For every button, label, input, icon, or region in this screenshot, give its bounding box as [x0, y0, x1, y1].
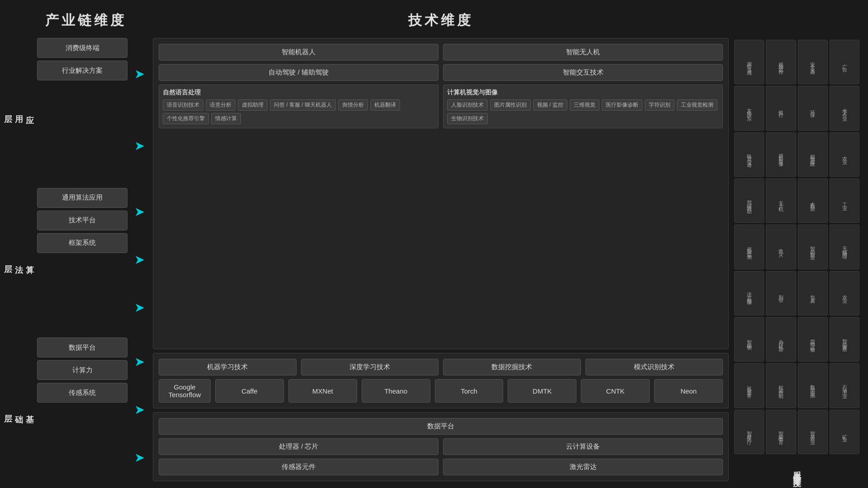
rp-text-5: 银 行 — [778, 107, 784, 110]
arrow-sensor: ➤ — [134, 450, 145, 465]
rp-cell-12: 驾 驶 辅 助 — [734, 178, 764, 223]
rp-cell-30: 数 据 挖 掘 — [798, 363, 828, 408]
rp-cell-21: 刑 侦 — [766, 271, 796, 315]
app-arrows: ➤ ➤ — [129, 38, 149, 182]
algo-row2: Google Tensorflow Caffe MXNet Theano Tor… — [159, 379, 723, 403]
nlp-tag-1: 语意分析 — [206, 99, 236, 111]
rp-cell-6: 环 保 — [798, 86, 828, 130]
industry-box-compute: 计算力 — [37, 360, 127, 380]
rp-cell-25: 力 控 机 器 — [766, 317, 796, 361]
tech-datamining: 数据挖掘技术 — [443, 359, 581, 375]
rp-cell-22: 包 裹 — [798, 271, 828, 315]
cv-tag-2: 视频 / 监控 — [533, 99, 567, 111]
found-row3: 传感器元件 激光雷达 — [159, 459, 723, 475]
nlp-tags: 语音识别技术 语意分析 虚拟助理 问答 / 客服 / 聊天机器人 舆情分析 机器… — [163, 99, 434, 124]
nlp-tag-2: 虚拟助理 — [238, 99, 268, 111]
rp-text-23: 农 业 — [841, 291, 848, 295]
cv-tag-5: 字符识别 — [645, 99, 675, 111]
cv-tag-0: 人脸识别技术 — [447, 99, 488, 111]
rp-cell-23: 农 业 — [830, 271, 859, 315]
nlp-tag-3: 问答 / 客服 / 聊天机器人 — [270, 99, 336, 111]
found-layer-group: 基础层 数据平台 计算力 传感系统 ➤ ➤ ➤ — [23, 338, 149, 481]
industry-box-general-algo: 通用算法应用 — [37, 188, 127, 208]
rp-cell-27: 智 能 家 居 — [830, 317, 859, 361]
rp-text-15: 工 业 — [841, 199, 848, 202]
nlp-tag-7: 情感计算 — [211, 113, 241, 124]
rp-text-10: 邮 储 邮 政 — [809, 150, 816, 159]
cv-title: 计算机视觉与图像 — [447, 89, 719, 97]
found-data: 数据平台 — [159, 418, 723, 435]
rp-text-32: 智 慧 医 疗 — [746, 427, 753, 436]
rp-cell-5: 银 行 — [766, 86, 796, 130]
rp-cell-34: 智 慧 农 业 — [798, 410, 828, 454]
nlp-tag-0: 语音识别技术 — [163, 99, 203, 111]
app-layer-label: 应用层 — [23, 38, 35, 182]
rp-text-4: 文 化 娱 乐 — [746, 104, 753, 113]
cv-tag-4: 医疗影像诊断 — [602, 99, 642, 111]
rp-cell-26: 货 物 运 输 — [798, 317, 828, 361]
rp-text-20: 语 言 翻 译 — [746, 289, 753, 297]
rp-text-14: 大 数 据 — [809, 197, 816, 203]
cv-tag-7: 生物识别技术 — [447, 113, 488, 124]
rp-cell-28: 社 会 服 务 — [734, 363, 764, 408]
industry-box-industry-solution: 行业解决方案 — [37, 61, 127, 80]
rp-text-28: 社 会 服 务 — [746, 381, 753, 390]
rp-text-19: 无 线 网 络 — [841, 243, 848, 251]
app-row1: 智能机器人 智能无人机 — [159, 44, 723, 61]
nlp-box: 自然语言处理 语音识别技术 语意分析 虚拟助理 问答 / 客服 / 聊天机器人 … — [159, 84, 439, 128]
tech-auto-drive: 自动驾驶 / 辅助驾驶 — [159, 64, 439, 81]
found-row2: 处理器 / 芯片 云计算设备 — [159, 438, 723, 455]
rp-cell-32: 智 慧 医 疗 — [734, 410, 764, 454]
rp-cell-15: 工 业 — [830, 178, 859, 223]
industry-box-consumer: 消费级终端 — [37, 38, 127, 58]
tech-ml: 机器学习技术 — [159, 359, 297, 375]
industry-box-sensor: 传感系统 — [37, 383, 127, 403]
rp-cell-0: 测 绘 遥 感 — [734, 40, 764, 84]
rp-cell-3: 广 告 — [830, 40, 859, 84]
cv-tag-1: 图片属性识别 — [490, 99, 531, 111]
rp-text-8: 轨 道 交 通 — [746, 150, 753, 159]
right-panel-bottom-label: 服务行业维度 — [732, 456, 861, 481]
framework-tensorflow: Google Tensorflow — [159, 379, 211, 403]
industry-box-data: 数据平台 — [37, 338, 127, 357]
framework-cntk: CNTK — [581, 379, 650, 403]
rp-cell-24: 智 能 锁 — [734, 317, 764, 361]
nlp-tag-5: 机器翻译 — [370, 99, 400, 111]
arrow-consumer: ➤ — [134, 66, 145, 81]
tech-interaction: 智能交互技术 — [443, 64, 723, 81]
rp-text-6: 环 保 — [809, 107, 816, 110]
arrow-framework: ➤ — [134, 300, 145, 315]
found-sensor: 传感器元件 — [159, 459, 439, 475]
service-label: 服务行业维度 — [792, 465, 802, 473]
framework-theano: Theano — [362, 379, 430, 403]
tech-title: 技术维度 — [149, 11, 732, 30]
rp-text-26: 货 物 运 输 — [809, 335, 816, 344]
found-row1: 数据平台 — [159, 418, 723, 435]
rp-cell-16: 视 频 监 测 — [734, 225, 764, 269]
found-lidar: 激光雷达 — [443, 459, 723, 475]
rp-text-18: 智 能 制 造 — [809, 243, 816, 251]
rp-cell-20: 语 言 翻 译 — [734, 271, 764, 315]
algo-layer-group: 算法层 通用算法应用 技术平台 框架系统 ➤ ➤ ➤ — [23, 188, 149, 332]
rp-cell-4: 文 化 娱 乐 — [734, 86, 764, 130]
nlp-tag-4: 舆情分析 — [338, 99, 368, 111]
arrow-general-algo: ➤ — [134, 204, 145, 219]
app-row2: 自动驾驶 / 辅助驾驶 智能交互技术 — [159, 64, 723, 81]
found-arrows: ➤ ➤ ➤ — [129, 338, 149, 481]
framework-torch: Torch — [435, 379, 504, 403]
rp-cell-19: 无 线 网 络 — [830, 225, 859, 269]
rp-text-21: 刑 侦 — [778, 291, 784, 295]
rp-text-2: 安 全 主 题 — [809, 58, 816, 66]
rp-text-31: 石 油 工 业 — [841, 381, 848, 390]
rp-cell-31: 石 油 工 业 — [830, 363, 859, 408]
rp-cell-2: 安 全 主 题 — [798, 40, 828, 84]
framework-dmtk: DMTK — [508, 379, 576, 403]
algo-layer-label: 算法层 — [23, 188, 35, 332]
found-layer-label: 基础层 — [23, 338, 35, 481]
found-processor: 处理器 / 芯片 — [159, 438, 439, 455]
rp-text-25: 力 控 机 器 — [778, 335, 784, 344]
rp-text-24: 智 能 锁 — [746, 336, 753, 342]
industry-arrow-block: 应用层 消费级终端 行业解决方案 ➤ ➤ 算法层 通用算法应用 技术平台 框架系… — [23, 38, 149, 481]
cv-tag-3: 三维视觉 — [570, 99, 599, 111]
rp-cell-35: 矿 业 — [830, 410, 859, 454]
